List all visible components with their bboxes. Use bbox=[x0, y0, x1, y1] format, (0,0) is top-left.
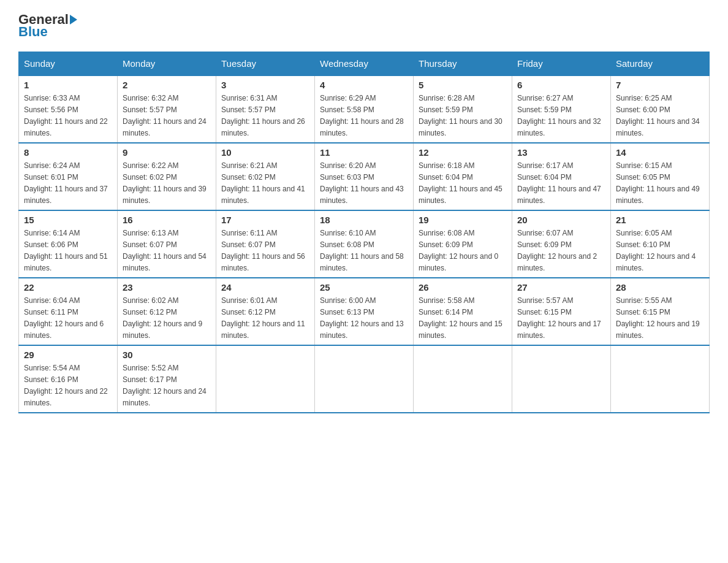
day-number: 1 bbox=[24, 80, 112, 90]
day-info: Sunrise: 6:08 AMSunset: 6:09 PMDaylight:… bbox=[419, 229, 498, 272]
calendar-cell bbox=[512, 345, 611, 413]
calendar-week-row: 15 Sunrise: 6:14 AMSunset: 6:06 PMDaylig… bbox=[19, 210, 710, 278]
logo: General Blue bbox=[18, 12, 77, 39]
weekday-header-tuesday: Tuesday bbox=[216, 52, 315, 76]
calendar-cell: 26 Sunrise: 5:58 AMSunset: 6:14 PMDaylig… bbox=[414, 278, 512, 345]
day-number: 13 bbox=[517, 147, 605, 158]
day-number: 3 bbox=[221, 80, 309, 90]
calendar-cell: 5 Sunrise: 6:28 AMSunset: 5:59 PMDayligh… bbox=[414, 75, 512, 143]
day-info: Sunrise: 5:54 AMSunset: 6:16 PMDaylight:… bbox=[24, 364, 108, 407]
page-header: General Blue bbox=[18, 12, 710, 39]
day-number: 18 bbox=[320, 215, 408, 225]
day-number: 27 bbox=[517, 282, 605, 293]
calendar-cell: 16 Sunrise: 6:13 AMSunset: 6:07 PMDaylig… bbox=[118, 210, 216, 278]
day-info: Sunrise: 6:25 AMSunset: 6:00 PMDaylight:… bbox=[616, 94, 700, 137]
day-info: Sunrise: 6:14 AMSunset: 6:06 PMDaylight:… bbox=[24, 229, 108, 272]
day-info: Sunrise: 6:04 AMSunset: 6:11 PMDaylight:… bbox=[24, 296, 104, 340]
day-number: 15 bbox=[24, 215, 112, 225]
day-number: 28 bbox=[616, 282, 704, 293]
calendar-week-row: 8 Sunrise: 6:24 AMSunset: 6:01 PMDayligh… bbox=[19, 143, 710, 210]
calendar-cell: 15 Sunrise: 6:14 AMSunset: 6:06 PMDaylig… bbox=[19, 210, 118, 278]
day-number: 11 bbox=[320, 147, 408, 158]
day-number: 5 bbox=[419, 80, 507, 90]
calendar-table: SundayMondayTuesdayWednesdayThursdayFrid… bbox=[18, 52, 710, 413]
day-number: 7 bbox=[616, 80, 704, 90]
calendar-cell: 17 Sunrise: 6:11 AMSunset: 6:07 PMDaylig… bbox=[216, 210, 315, 278]
calendar-cell: 3 Sunrise: 6:31 AMSunset: 5:57 PMDayligh… bbox=[216, 75, 315, 143]
calendar-cell: 19 Sunrise: 6:08 AMSunset: 6:09 PMDaylig… bbox=[414, 210, 512, 278]
logo-arrow-icon bbox=[70, 15, 77, 25]
day-number: 20 bbox=[517, 215, 605, 225]
day-number: 29 bbox=[24, 350, 112, 360]
day-info: Sunrise: 6:11 AMSunset: 6:07 PMDaylight:… bbox=[221, 229, 305, 272]
logo-blue: Blue bbox=[18, 24, 48, 39]
calendar-cell bbox=[315, 345, 414, 413]
day-info: Sunrise: 6:00 AMSunset: 6:13 PMDaylight:… bbox=[320, 296, 404, 340]
calendar-cell bbox=[414, 345, 512, 413]
calendar-cell: 29 Sunrise: 5:54 AMSunset: 6:16 PMDaylig… bbox=[19, 345, 118, 413]
calendar-cell: 9 Sunrise: 6:22 AMSunset: 6:02 PMDayligh… bbox=[118, 143, 216, 210]
day-info: Sunrise: 6:18 AMSunset: 6:04 PMDaylight:… bbox=[419, 161, 502, 205]
day-info: Sunrise: 5:55 AMSunset: 6:15 PMDaylight:… bbox=[616, 296, 700, 340]
day-info: Sunrise: 6:15 AMSunset: 6:05 PMDaylight:… bbox=[616, 161, 700, 205]
day-info: Sunrise: 6:33 AMSunset: 5:56 PMDaylight:… bbox=[24, 94, 108, 137]
calendar-cell: 27 Sunrise: 5:57 AMSunset: 6:15 PMDaylig… bbox=[512, 278, 611, 345]
calendar-cell: 22 Sunrise: 6:04 AMSunset: 6:11 PMDaylig… bbox=[19, 278, 118, 345]
weekday-header-monday: Monday bbox=[118, 52, 216, 76]
day-number: 21 bbox=[616, 215, 704, 225]
day-number: 22 bbox=[24, 282, 112, 293]
day-info: Sunrise: 6:32 AMSunset: 5:57 PMDaylight:… bbox=[123, 94, 207, 137]
calendar-cell bbox=[216, 345, 315, 413]
calendar-cell: 20 Sunrise: 6:07 AMSunset: 6:09 PMDaylig… bbox=[512, 210, 611, 278]
day-info: Sunrise: 6:07 AMSunset: 6:09 PMDaylight:… bbox=[517, 229, 597, 272]
calendar-week-row: 29 Sunrise: 5:54 AMSunset: 6:16 PMDaylig… bbox=[19, 345, 710, 413]
day-number: 19 bbox=[419, 215, 507, 225]
day-info: Sunrise: 6:20 AMSunset: 6:03 PMDaylight:… bbox=[320, 161, 404, 205]
day-info: Sunrise: 6:21 AMSunset: 6:02 PMDaylight:… bbox=[221, 161, 305, 205]
day-info: Sunrise: 6:13 AMSunset: 6:07 PMDaylight:… bbox=[123, 229, 207, 272]
day-number: 14 bbox=[616, 147, 704, 158]
calendar-cell: 24 Sunrise: 6:01 AMSunset: 6:12 PMDaylig… bbox=[216, 278, 315, 345]
calendar-cell: 12 Sunrise: 6:18 AMSunset: 6:04 PMDaylig… bbox=[414, 143, 512, 210]
calendar-cell: 25 Sunrise: 6:00 AMSunset: 6:13 PMDaylig… bbox=[315, 278, 414, 345]
weekday-header-sunday: Sunday bbox=[19, 52, 118, 76]
weekday-header-friday: Friday bbox=[512, 52, 611, 76]
day-number: 4 bbox=[320, 80, 408, 90]
day-number: 23 bbox=[123, 282, 211, 293]
calendar-cell: 13 Sunrise: 6:17 AMSunset: 6:04 PMDaylig… bbox=[512, 143, 611, 210]
day-number: 6 bbox=[517, 80, 605, 90]
day-info: Sunrise: 6:01 AMSunset: 6:12 PMDaylight:… bbox=[221, 296, 305, 340]
day-info: Sunrise: 6:27 AMSunset: 5:59 PMDaylight:… bbox=[517, 94, 601, 137]
day-info: Sunrise: 6:05 AMSunset: 6:10 PMDaylight:… bbox=[616, 229, 696, 272]
day-info: Sunrise: 6:24 AMSunset: 6:01 PMDaylight:… bbox=[24, 161, 108, 205]
day-number: 26 bbox=[419, 282, 507, 293]
weekday-header-thursday: Thursday bbox=[414, 52, 512, 76]
calendar-cell: 2 Sunrise: 6:32 AMSunset: 5:57 PMDayligh… bbox=[118, 75, 216, 143]
day-info: Sunrise: 5:57 AMSunset: 6:15 PMDaylight:… bbox=[517, 296, 601, 340]
calendar-week-row: 22 Sunrise: 6:04 AMSunset: 6:11 PMDaylig… bbox=[19, 278, 710, 345]
day-number: 8 bbox=[24, 147, 112, 158]
calendar-cell: 4 Sunrise: 6:29 AMSunset: 5:58 PMDayligh… bbox=[315, 75, 414, 143]
calendar-cell: 7 Sunrise: 6:25 AMSunset: 6:00 PMDayligh… bbox=[611, 75, 710, 143]
day-number: 24 bbox=[221, 282, 309, 293]
calendar-header-row: SundayMondayTuesdayWednesdayThursdayFrid… bbox=[19, 52, 710, 76]
calendar-cell: 14 Sunrise: 6:15 AMSunset: 6:05 PMDaylig… bbox=[611, 143, 710, 210]
calendar-cell: 8 Sunrise: 6:24 AMSunset: 6:01 PMDayligh… bbox=[19, 143, 118, 210]
calendar-cell: 11 Sunrise: 6:20 AMSunset: 6:03 PMDaylig… bbox=[315, 143, 414, 210]
calendar-cell: 28 Sunrise: 5:55 AMSunset: 6:15 PMDaylig… bbox=[611, 278, 710, 345]
day-number: 10 bbox=[221, 147, 309, 158]
day-number: 9 bbox=[123, 147, 211, 158]
calendar-cell bbox=[611, 345, 710, 413]
calendar-week-row: 1 Sunrise: 6:33 AMSunset: 5:56 PMDayligh… bbox=[19, 75, 710, 143]
day-number: 30 bbox=[123, 350, 211, 360]
calendar-cell: 23 Sunrise: 6:02 AMSunset: 6:12 PMDaylig… bbox=[118, 278, 216, 345]
calendar-cell: 6 Sunrise: 6:27 AMSunset: 5:59 PMDayligh… bbox=[512, 75, 611, 143]
day-info: Sunrise: 6:22 AMSunset: 6:02 PMDaylight:… bbox=[123, 161, 207, 205]
day-info: Sunrise: 6:02 AMSunset: 6:12 PMDaylight:… bbox=[123, 296, 202, 340]
day-info: Sunrise: 6:17 AMSunset: 6:04 PMDaylight:… bbox=[517, 161, 601, 205]
day-info: Sunrise: 5:52 AMSunset: 6:17 PMDaylight:… bbox=[123, 364, 207, 407]
day-number: 16 bbox=[123, 215, 211, 225]
day-info: Sunrise: 6:28 AMSunset: 5:59 PMDaylight:… bbox=[419, 94, 502, 137]
day-number: 12 bbox=[419, 147, 507, 158]
calendar-cell: 30 Sunrise: 5:52 AMSunset: 6:17 PMDaylig… bbox=[118, 345, 216, 413]
